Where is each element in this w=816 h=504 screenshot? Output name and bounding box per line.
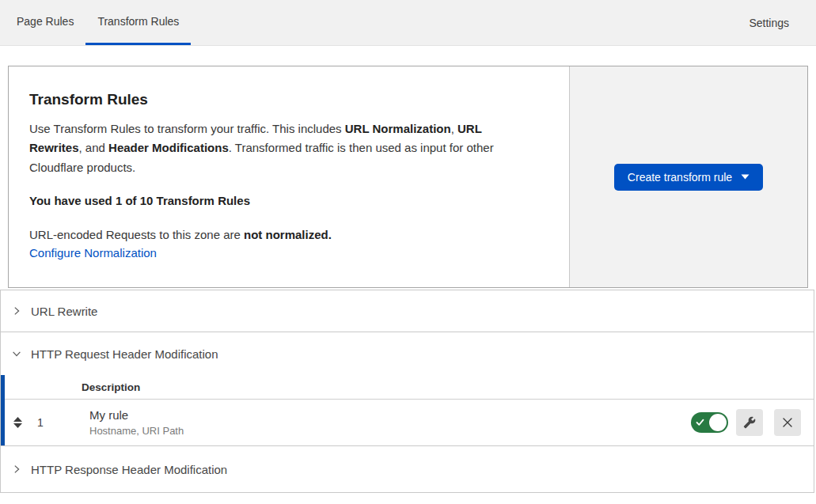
tab-label: Transform Rules [97,15,179,28]
section-label: URL Rewrite [31,305,97,318]
description-text: Use Transform Rules to transform your tr… [29,122,345,135]
rules-accordion: URL Rewrite HTTP Request Header Modifica… [0,290,814,493]
caret-down-icon [741,174,750,180]
rule-controls [691,409,801,436]
normalization-bold: not normalized. [244,228,332,241]
normalization-status: URL-encoded Requests to this zone are no… [29,228,537,241]
chevron-right-icon [11,305,22,316]
wrench-icon [743,416,756,429]
rule-name-cell: My rule Hostname, URI Path [89,408,184,437]
tab-bar: Page Rules Transform Rules Settings [0,0,816,46]
rule-order-number: 1 [37,416,47,429]
section-label: HTTP Request Header Modification [31,347,218,361]
column-header-description: Description [82,381,140,393]
description-bold: URL Normalization [345,122,451,135]
delete-rule-button[interactable] [774,409,801,436]
sort-handle-icon[interactable] [12,416,24,429]
section-url-rewrite[interactable]: URL Rewrite [1,290,814,332]
chevron-down-icon [11,348,22,359]
summary-card-content: Transform Rules Use Transform Rules to t… [9,66,569,287]
tab-page-rules[interactable]: Page Rules [5,0,85,45]
transform-rules-summary-card: Transform Rules Use Transform Rules to t… [8,66,808,288]
check-icon [696,418,704,426]
usage-counter: You have used 1 of 10 Transform Rules [29,194,537,207]
section-http-request-header-modification[interactable]: HTTP Request Header Modification [1,332,814,375]
configure-normalization-link[interactable]: Configure Normalization [29,246,157,260]
chevron-right-icon [11,464,22,475]
rules-table-header: Description [5,375,814,400]
rule-row: 1 My rule Hostname, URI Path [5,400,814,445]
tab-label: Page Rules [17,15,74,28]
create-transform-rule-button[interactable]: Create transform rule [614,164,763,191]
description-text: , and [79,141,109,154]
summary-card-side-panel: Create transform rule [569,66,807,287]
toggle-knob [709,414,727,431]
tab-transform-rules[interactable]: Transform Rules [85,0,191,45]
rule-name: My rule [89,408,184,422]
description-text: , [451,122,457,135]
close-icon [780,415,795,430]
section-http-response-header-modification[interactable]: HTTP Response Header Modification [1,445,814,492]
expanded-section-body: Description 1 My rule Hostname, URI Path [1,375,814,445]
normalization-text: URL-encoded Requests to this zone are [29,228,244,241]
rule-fields: Hostname, URI Path [89,425,184,437]
page-title: Transform Rules [29,91,537,108]
tab-settings[interactable]: Settings [738,0,800,45]
edit-rule-button[interactable] [736,409,763,436]
section-label: HTTP Response Header Modification [31,463,227,476]
create-button-label: Create transform rule [628,171,732,184]
tab-label: Settings [749,17,789,29]
summary-description: Use Transform Rules to transform your tr… [29,119,537,177]
rule-enabled-toggle[interactable] [691,412,728,433]
description-bold: Header Modifications [108,141,229,154]
